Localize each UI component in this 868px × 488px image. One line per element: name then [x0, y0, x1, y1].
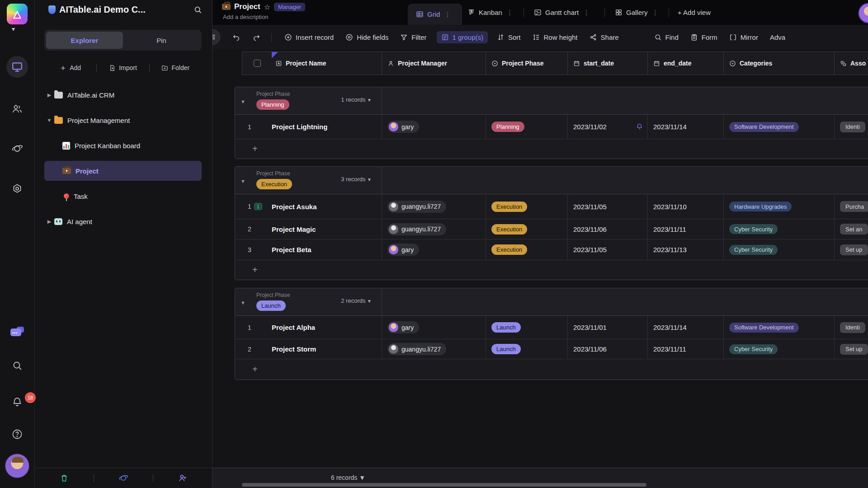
cell-start-date[interactable]: 2023/11/02 [573, 123, 607, 131]
view-menu-icon[interactable]: ⋮ [652, 9, 659, 16]
view-menu-icon[interactable]: ⋮ [444, 11, 451, 18]
cell-project-name[interactable]: Project Magic [272, 225, 316, 233]
column-header-end-date[interactable]: end_date [648, 52, 724, 75]
group-header[interactable]: ▼ Project Phase Execution 3 records ▼ [235, 167, 868, 194]
cell-end-date[interactable]: 2023/11/13 [653, 246, 687, 253]
cell-project-name[interactable]: Project Lightning [272, 123, 327, 131]
cell-category[interactable]: Software Development [729, 323, 799, 333]
cell-project-phase[interactable]: Launch [491, 322, 521, 333]
column-header-project-name[interactable]: Project Name [242, 52, 382, 75]
collapse-arrow-icon[interactable]: ▶ [44, 92, 54, 98]
hide-fields-button[interactable]: Hide fields [345, 33, 388, 41]
column-header-project-manager[interactable]: Project Manager [382, 52, 486, 75]
cell-end-date[interactable]: 2023/11/11 [653, 225, 686, 233]
sort-button[interactable]: Sort [497, 33, 521, 41]
cell-project-manager[interactable]: gary [387, 244, 419, 256]
cell-category[interactable]: Software Development [729, 122, 799, 132]
cell-project-manager[interactable]: guangyu.li727 [387, 223, 446, 235]
add-record-row[interactable]: + [235, 260, 868, 280]
add-record-row[interactable]: + [235, 359, 868, 380]
group-record-count[interactable]: 1 records ▼ [341, 96, 372, 103]
cell-category[interactable]: Hardware Upgrades [729, 202, 792, 211]
user-avatar[interactable] [5, 454, 29, 478]
view-tab-gallery[interactable]: Gallery ⋮ [615, 0, 659, 25]
cell-project-manager[interactable]: gary [387, 321, 419, 333]
cell-category[interactable]: Cyber Security [729, 245, 778, 255]
total-record-count[interactable]: 6 records ▼ [331, 474, 365, 481]
filter-button[interactable]: Filter [400, 33, 426, 41]
comment-count-badge[interactable]: 1 [254, 203, 262, 210]
trash-button[interactable] [35, 474, 94, 483]
cell-end-date[interactable]: 2023/11/10 [653, 203, 687, 211]
cell-association[interactable]: Set up [840, 244, 868, 255]
view-tab-kanban[interactable]: Kanban ⋮ [467, 0, 513, 25]
row-height-button[interactable]: Row height [532, 33, 577, 41]
form-button[interactable]: Form [690, 33, 717, 41]
cell-project-name[interactable]: Project Asuka [272, 203, 317, 211]
tree-item-task[interactable]: Task [44, 186, 202, 206]
cell-end-date[interactable]: 2023/11/14 [653, 324, 687, 331]
group-collapse-icon[interactable]: ▼ [241, 99, 245, 104]
global-search-icon[interactable] [11, 360, 23, 371]
cell-association[interactable]: Set an [840, 224, 868, 235]
find-button[interactable]: Find [654, 33, 679, 41]
view-menu-icon[interactable]: ⋮ [583, 9, 590, 16]
view-tab-grid[interactable]: Grid ⋮ [408, 4, 462, 25]
column-header-categories[interactable]: Categories [724, 52, 835, 75]
cell-start-date[interactable]: 2023/11/06 [573, 345, 607, 353]
notifications-bell-icon[interactable]: 18 [11, 396, 23, 408]
undo-button[interactable] [232, 33, 240, 41]
cell-project-manager[interactable]: guangyu.li727 [387, 343, 446, 355]
group-collapse-icon[interactable]: ▼ [241, 178, 245, 184]
cell-project-name[interactable]: Project Storm [272, 345, 316, 353]
cell-project-phase[interactable]: Execution [491, 244, 527, 255]
cell-association[interactable]: Identi [840, 122, 865, 132]
invite-member-button[interactable] [153, 474, 212, 483]
mirror-button[interactable]: Mirror [729, 33, 758, 41]
tree-item-project-selected[interactable]: Project [44, 161, 202, 181]
cell-project-manager[interactable]: guangyu.li727 [387, 201, 446, 213]
datasheet-title[interactable]: Project ☆ Manager [222, 2, 305, 11]
cell-project-phase[interactable]: Planning [491, 122, 524, 132]
column-header-project-phase[interactable]: Project Phase [486, 52, 568, 75]
cell-project-manager[interactable]: gary [387, 121, 419, 133]
table-row[interactable]: 11Project Asuka guangyu.li727 Execution … [235, 194, 868, 219]
cell-association[interactable]: Identi [840, 322, 865, 333]
tree-item-crm-folder[interactable]: ▶ AITable.ai CRM [44, 85, 202, 105]
horizontal-scrollbar[interactable] [242, 483, 646, 487]
group-header[interactable]: ▼ Project Phase Planning 1 records ▼ [235, 87, 868, 115]
workbench-icon[interactable] [6, 56, 28, 78]
column-header-start-date[interactable]: start_date [568, 52, 648, 75]
tab-explorer[interactable]: Explorer [46, 32, 123, 49]
cell-end-date[interactable]: 2023/11/11 [653, 345, 686, 353]
table-row[interactable]: 2Project Storm guangyu.li727 Launch 2023… [235, 339, 868, 359]
cell-start-date[interactable]: 2023/11/06 [573, 225, 607, 233]
table-row[interactable]: 2Project Magic guangyu.li727 Execution 2… [235, 219, 868, 239]
add-button[interactable]: Add [44, 64, 96, 71]
group-record-count[interactable]: 2 records ▼ [341, 297, 372, 304]
help-icon[interactable] [11, 428, 23, 440]
advanced-button[interactable]: Adva [770, 33, 785, 41]
insert-record-button[interactable]: Insert record [284, 33, 334, 41]
collapse-arrow-icon[interactable]: ▶ [44, 219, 54, 225]
cell-project-phase[interactable]: Execution [491, 202, 527, 212]
cell-end-date[interactable]: 2023/11/14 [653, 123, 687, 131]
view-tab-gantt[interactable]: Gantt chart ⋮ [534, 0, 590, 25]
import-button[interactable]: Import [97, 64, 149, 71]
cell-project-name[interactable]: Project Alpha [272, 324, 315, 331]
cell-start-date[interactable]: 2023/11/05 [573, 203, 607, 211]
cell-association[interactable]: Set up [840, 344, 868, 355]
add-record-row[interactable]: + [235, 139, 868, 159]
add-view-button[interactable]: + Add view [678, 0, 711, 25]
cell-project-phase[interactable]: Launch [491, 344, 521, 354]
table-row[interactable]: 3Project Beta gary Execution 2023/11/05 … [235, 239, 868, 260]
share-button[interactable]: Share [590, 33, 619, 41]
redo-button[interactable] [253, 33, 260, 41]
group-header[interactable]: ▼ Project Phase Launch 2 records ▼ [235, 288, 868, 316]
description-placeholder[interactable]: Add a description [223, 14, 268, 20]
space-title[interactable]: AITable.ai Demo C... [48, 5, 146, 15]
cell-project-phase[interactable]: Execution [491, 224, 527, 235]
contacts-icon[interactable] [11, 103, 23, 115]
cell-category[interactable]: Cyber Security [729, 344, 778, 354]
tree-item-project-management-folder[interactable]: ▼ Project Management [44, 110, 202, 130]
